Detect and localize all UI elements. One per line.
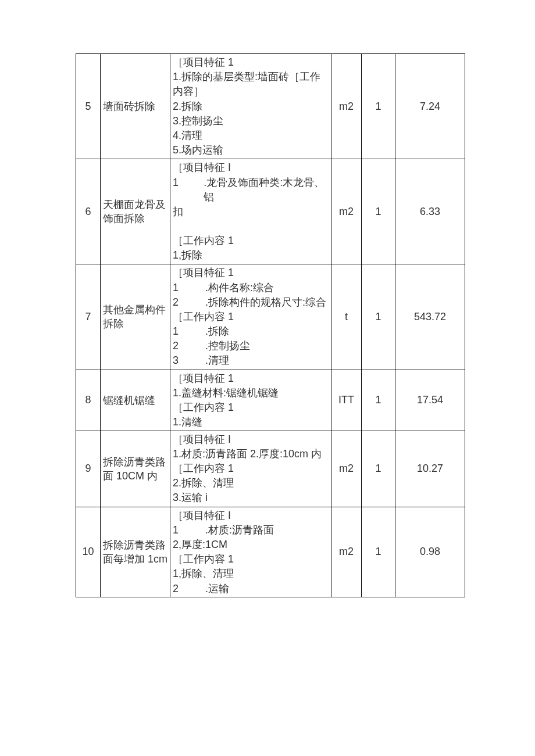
table-row: 8锯缝机锯缝［项目特征 11.盖缝材料:锯缝机锯缝［工作内容 11.清缝ITT1…	[76, 370, 465, 431]
desc-line: 3.运输 i	[173, 490, 329, 505]
desc-line	[173, 219, 329, 234]
row-name: 墙面砖拆除	[101, 54, 170, 159]
row-quantity: 1	[362, 54, 395, 159]
row-name: 天棚面龙骨及饰面拆除	[101, 159, 170, 264]
desc-line: 1,拆除	[173, 248, 329, 263]
desc-line: 2.运输	[173, 582, 329, 596]
desc-line: ［项目特征 1	[173, 266, 329, 280]
desc-line: ［工作内容 1	[173, 234, 329, 248]
desc-line: 1.盖缝材料:锯缝机锯缝	[173, 386, 329, 400]
row-amount: 543.72	[395, 264, 465, 370]
row-unit: m2	[331, 54, 362, 159]
row-unit: t	[331, 264, 362, 370]
spec-table: 5墙面砖拆除［项目特征 11.拆除的基层类型:墙面砖［工作内容］2.拆除3.控制…	[76, 53, 465, 597]
row-name: 其他金属构件拆除	[101, 264, 170, 370]
row-description: ［项目特征 11.构件名称:综合2.拆除构件的规格尺寸:综合［工作内容 11.拆…	[170, 264, 331, 370]
row-description: ［项目特征 I1.龙骨及饰面种类:木龙骨、铝扣 ［工作内容 11,拆除2.控制扬…	[170, 159, 331, 264]
desc-line: ［项目特征 1	[173, 371, 329, 386]
desc-line: 2.拆除	[173, 99, 329, 114]
row-quantity: 1	[362, 159, 395, 264]
row-amount: 7.24	[395, 54, 465, 159]
row-unit: m2	[331, 431, 362, 507]
desc-line: ［项目特征 1	[173, 55, 329, 70]
desc-line: 3.控制扬尘	[173, 114, 329, 128]
desc-line: 1.材质:沥青路面	[173, 523, 329, 538]
table-row: 5墙面砖拆除［项目特征 11.拆除的基层类型:墙面砖［工作内容］2.拆除3.控制…	[76, 54, 465, 159]
desc-line: ［工作内容 1	[173, 552, 329, 567]
row-description: ［项目特征 11.拆除的基层类型:墙面砖［工作内容］2.拆除3.控制扬尘4.清理…	[170, 54, 331, 159]
row-amount: 6.33	[395, 159, 465, 264]
row-name: 锯缝机锯缝	[101, 370, 170, 431]
desc-line: 4.清理	[173, 128, 329, 143]
row-index: 8	[76, 370, 101, 431]
row-amount: 0.98	[395, 507, 465, 597]
row-description: ［项目特征 I1.材质:沥青路面2,厚度:1CM［工作内容 11,拆除、清理2.…	[170, 507, 331, 597]
table-row: 9拆除沥青类路面 10CM 内［项目特征 I1.材质:沥青路面 2.厚度:10c…	[76, 431, 465, 507]
desc-line: ［项目特征 I	[173, 508, 329, 523]
desc-line: 2,厚度:1CM	[173, 538, 329, 552]
desc-line: 1.龙骨及饰面种类:木龙骨、铝	[173, 175, 329, 205]
desc-line: 2.控制扬尘	[173, 339, 329, 353]
row-index: 6	[76, 159, 101, 264]
desc-line: 3.清理	[173, 353, 329, 368]
row-quantity: 1	[362, 431, 395, 507]
row-index: 5	[76, 54, 101, 159]
row-index: 10	[76, 507, 101, 597]
row-amount: 17.54	[395, 370, 465, 431]
row-index: 9	[76, 431, 101, 507]
table-row: 6天棚面龙骨及饰面拆除［项目特征 I1.龙骨及饰面种类:木龙骨、铝扣 ［工作内容…	[76, 159, 465, 264]
table-row: 7其他金属构件拆除［项目特征 11.构件名称:综合2.拆除构件的规格尺寸:综合［…	[76, 264, 465, 370]
row-quantity: 1	[362, 264, 395, 370]
table-row: 10拆除沥青类路面每增加 1cm［项目特征 I1.材质:沥青路面2,厚度:1CM…	[76, 507, 465, 597]
desc-line: 1.拆除	[173, 324, 329, 339]
row-quantity: 1	[362, 370, 395, 431]
desc-line: 1,拆除、清理	[173, 567, 329, 581]
desc-line: 扣	[173, 205, 329, 219]
row-unit: m2	[331, 159, 362, 264]
desc-line: ［项目特征 I	[173, 432, 329, 447]
row-name: 拆除沥青类路面每增加 1cm	[101, 507, 170, 597]
row-unit: ITT	[331, 370, 362, 431]
row-description: ［项目特征 I1.材质:沥青路面 2.厚度:10cm 内［工作内容 12.拆除、…	[170, 431, 331, 507]
desc-line: 5.场内运输	[173, 143, 329, 157]
desc-line: 1.构件名称:综合	[173, 281, 329, 295]
row-unit: m2	[331, 507, 362, 597]
row-quantity: 1	[362, 507, 395, 597]
row-index: 7	[76, 264, 101, 370]
desc-line: ［项目特征 I	[173, 160, 329, 175]
row-name: 拆除沥青类路面 10CM 内	[101, 431, 170, 507]
desc-line: 1.清缝	[173, 415, 329, 429]
desc-line: 1.材质:沥青路面 2.厚度:10cm 内［工作内容 1	[173, 447, 329, 476]
desc-line: ［工作内容 1	[173, 400, 329, 415]
row-description: ［项目特征 11.盖缝材料:锯缝机锯缝［工作内容 11.清缝	[170, 370, 331, 431]
desc-line: ［工作内容 1	[173, 310, 329, 324]
desc-line: 2.拆除、清理	[173, 476, 329, 490]
desc-line: 2.拆除构件的规格尺寸:综合	[173, 295, 329, 310]
row-amount: 10.27	[395, 431, 465, 507]
desc-line: 1.拆除的基层类型:墙面砖［工作内容］	[173, 70, 329, 99]
